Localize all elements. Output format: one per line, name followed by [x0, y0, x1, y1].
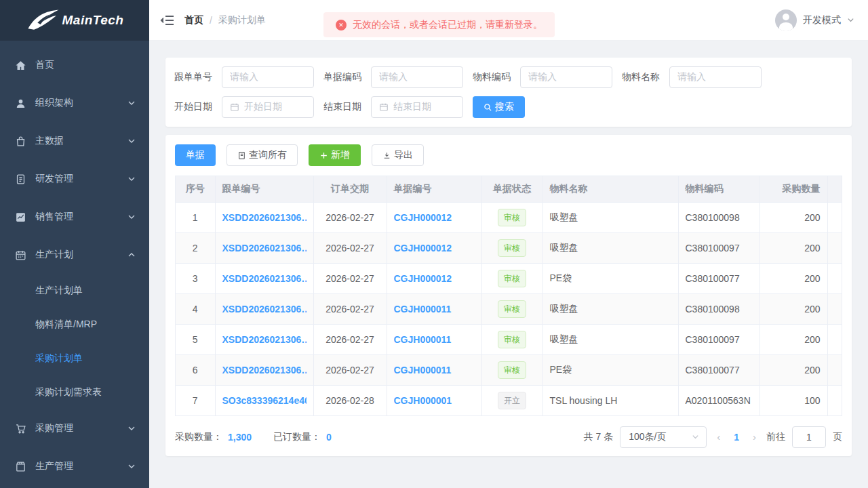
production-plan-submenu: 生产计划单 物料清单/MRP 采购计划单 采购计划需求表	[0, 274, 149, 409]
goto-page-input[interactable]	[792, 426, 826, 448]
page-unit-label: 页	[833, 431, 842, 443]
purchase-qty-value: 1,300	[228, 432, 252, 443]
calendar-icon	[15, 249, 27, 261]
doc-no-link[interactable]: CGJH000001	[394, 395, 475, 406]
breadcrumb-home[interactable]: 首页	[184, 14, 203, 26]
cell-qty: 200	[760, 202, 827, 232]
sidebar-item-rnd[interactable]: 研发管理	[0, 160, 149, 198]
cell-delivery-date: 2026-02-27	[313, 202, 387, 232]
sidebar-subitem-purchase-plan-order[interactable]: 采购计划单	[0, 342, 149, 375]
cell-status: 开立	[481, 385, 542, 415]
table-panel: 单据 查询所有 新增 导出	[165, 135, 852, 456]
doc-no-link[interactable]: CGJH000012	[394, 212, 475, 223]
col-material-code: 物料编码	[678, 176, 760, 202]
cell-order-no: XSDD2026021306…	[215, 232, 313, 263]
top-header: 首页 / 采购计划单 ✕ 无效的会话，或者会话已过期，请重新登录。 开发模式	[149, 0, 868, 41]
cell-material-name: 吸塑盘	[542, 324, 678, 354]
doc-no-link[interactable]: CGJH000011	[394, 304, 475, 314]
cell-delivery-date: 2026-02-27	[313, 263, 387, 293]
cell-order-no: SO3c833396214e40	[215, 385, 313, 415]
chevron-up-icon	[127, 251, 136, 259]
page-size-select[interactable]: 100条/页	[620, 426, 707, 448]
sidebar-item-label: 生产管理	[35, 460, 127, 472]
doc-no-input[interactable]: 请输入	[371, 66, 463, 88]
order-no-link[interactable]: XSDD2026021306…	[222, 304, 307, 314]
status-badge: 审核	[498, 361, 526, 379]
cell-status: 审核	[481, 324, 542, 354]
order-no-link[interactable]: XSDD2026021306…	[222, 334, 307, 345]
prev-page-button[interactable]: ‹	[713, 431, 724, 443]
col-order-no: 跟单编号	[215, 176, 313, 202]
sidebar-item-organization[interactable]: 组织架构	[0, 84, 149, 122]
sidebar-subitem-bom-mrp[interactable]: 物料清单/MRP	[0, 308, 149, 342]
material-name-input[interactable]: 请输入	[669, 66, 762, 88]
add-button[interactable]: 新增	[309, 144, 361, 166]
plus-icon	[319, 151, 328, 160]
table-body: 1 XSDD2026021306… 2026-02-27 CGJH000012 …	[176, 202, 842, 415]
cell-seq: 5	[176, 324, 215, 354]
export-button[interactable]: 导出	[372, 144, 424, 166]
query-all-button[interactable]: 查询所有	[226, 144, 298, 166]
doc-button[interactable]: 单据	[175, 144, 216, 166]
sidebar-item-home[interactable]: 首页	[0, 46, 149, 84]
status-badge: 审核	[498, 300, 526, 318]
add-button-label: 新增	[331, 149, 350, 161]
sidebar-item-production-plan[interactable]: 生产计划	[0, 236, 149, 274]
sidebar-item-purchasing[interactable]: 采购管理	[0, 409, 149, 447]
sidebar-menu: 首页 组织架构 主数据 研发管理 销售管理	[0, 41, 149, 485]
sidebar-item-master-data[interactable]: 主数据	[0, 122, 149, 160]
order-no-link[interactable]: SO3c833396214e40	[222, 395, 307, 406]
material-code-input[interactable]: 请输入	[520, 66, 612, 88]
doc-no-link[interactable]: CGJH000011	[394, 334, 475, 345]
sidebar-item-label: 首页	[35, 59, 136, 71]
cell-doc-no: CGJH000011	[387, 354, 481, 385]
sidebar-item-production-mgmt[interactable]: 生产管理	[0, 447, 149, 485]
cell-material-name: 吸塑盘	[542, 202, 678, 232]
sidebar-item-label: 生产计划	[35, 249, 127, 261]
cell-qty: 100	[760, 385, 827, 415]
chevron-down-icon	[127, 462, 136, 470]
search-button[interactable]: 搜索	[473, 96, 525, 118]
chevron-down-icon	[127, 175, 136, 183]
start-date-input[interactable]: 开始日期	[222, 96, 314, 118]
sidebar-item-sales[interactable]: 销售管理	[0, 198, 149, 236]
doc-no-link[interactable]: CGJH000012	[394, 273, 475, 284]
cell-delivery-date: 2026-02-27	[313, 232, 387, 263]
input-placeholder: 开始日期	[244, 101, 282, 113]
cell-doc-no: CGJH000011	[387, 324, 481, 354]
next-page-button[interactable]: ›	[749, 431, 760, 443]
cell-extra	[827, 232, 842, 263]
doc-no-link[interactable]: CGJH000011	[394, 365, 475, 375]
calendar-icon	[379, 102, 389, 112]
order-no-link[interactable]: XSDD2026021306…	[222, 212, 307, 223]
cell-material-name: PE袋	[542, 354, 678, 385]
cell-material-code: C380100098	[678, 202, 760, 232]
cell-extra	[827, 324, 842, 354]
pagination: 共 7 条 100条/页 ‹ 1 › 前往 页	[584, 426, 842, 448]
sidebar-subitem-purchase-plan-demand[interactable]: 采购计划需求表	[0, 375, 149, 409]
sidebar-fold-icon[interactable]	[160, 13, 175, 28]
order-no-link[interactable]: XSDD2026021306…	[222, 365, 307, 375]
user-menu[interactable]: 开发模式	[775, 9, 854, 31]
sidebar-item-label: 销售管理	[35, 211, 127, 223]
status-badge: 审核	[498, 331, 526, 348]
order-no-input[interactable]: 请输入	[222, 66, 314, 88]
doc-no-link[interactable]: CGJH000012	[394, 243, 475, 253]
ordered-qty-label: 已订数量：	[273, 431, 321, 443]
sidebar-subitem-label: 生产计划单	[35, 285, 83, 297]
order-no-link[interactable]: XSDD2026021306…	[222, 243, 307, 253]
user-icon	[15, 97, 27, 109]
current-page[interactable]: 1	[730, 432, 743, 443]
end-date-input[interactable]: 结束日期	[371, 96, 463, 118]
cell-qty: 200	[760, 232, 827, 263]
cell-qty: 200	[760, 293, 827, 324]
col-extra	[827, 176, 842, 202]
package-icon	[15, 460, 27, 472]
cell-order-no: XSDD2026021306…	[215, 324, 313, 354]
sidebar-subitem-production-plan-order[interactable]: 生产计划单	[0, 274, 149, 308]
cell-extra	[827, 263, 842, 293]
status-badge: 审核	[498, 239, 526, 257]
field-order-no: 跟单单号 请输入	[174, 66, 314, 88]
order-no-link[interactable]: XSDD2026021306…	[222, 273, 307, 284]
shopping-bag-icon	[15, 135, 27, 147]
